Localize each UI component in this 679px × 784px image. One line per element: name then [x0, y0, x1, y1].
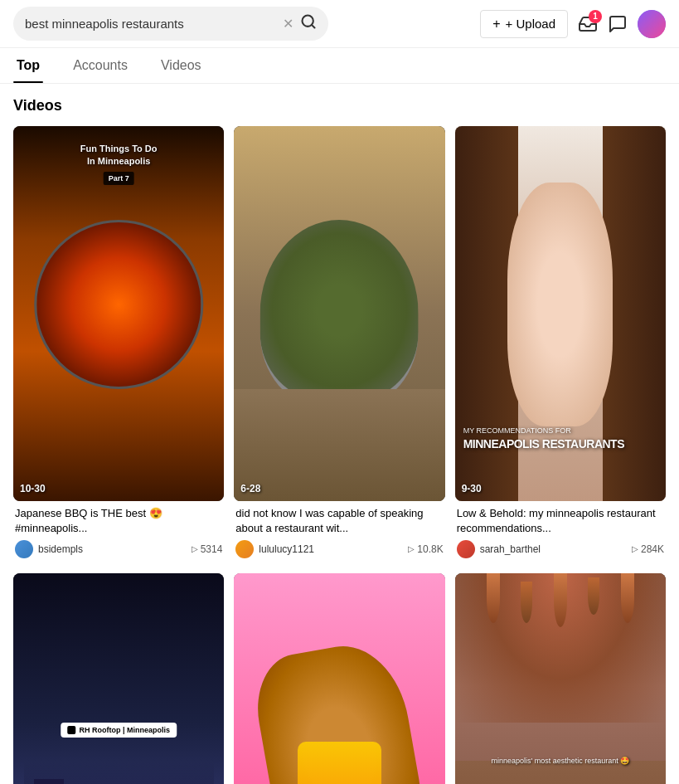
- thumb-burger: Arts + Rec 8-31: [234, 573, 444, 785]
- header: ✕ + + Upload 1: [0, 0, 679, 48]
- viv-text: minneapolis' most aesthetic restaurant 🤩: [491, 757, 629, 765]
- video-thumb-4: RH Rooftop | Minneapolis 8-23: [13, 573, 224, 785]
- play-icon-2: ▷: [408, 544, 415, 553]
- main-content: Videos Fun Things To Do In Minneapolis P…: [0, 84, 679, 784]
- thumb-brussels: 6-28: [234, 126, 444, 501]
- video-views-2: ▷ 10.8K: [408, 543, 443, 555]
- video-author-row-2: lululucy1121 ▷ 10.8K: [235, 540, 443, 558]
- thumb-woman: MY RECOMMENDATIONS FOR MINNEAPOLIS RESTA…: [455, 126, 666, 501]
- section-title: Videos: [13, 97, 666, 114]
- video-views-3: ▷ 284K: [632, 543, 664, 555]
- video-title-3: Low & Behold: my minneapolis restaurant …: [457, 506, 664, 536]
- author-name-3: sarah_barthel: [480, 543, 541, 555]
- tabs: Top Accounts Videos: [0, 48, 679, 84]
- bbq-grill: [34, 220, 202, 388]
- video-card-5[interactable]: Arts + Rec 8-31 Check out Arts+Rec for t…: [234, 573, 444, 785]
- video-card-1[interactable]: Fun Things To Do In Minneapolis Part 7 1…: [13, 126, 224, 563]
- video-duration-3: 9-30: [462, 483, 482, 494]
- video-duration-1: 10-30: [20, 483, 46, 494]
- thumb-bbq: Fun Things To Do In Minneapolis Part 7 1…: [13, 126, 224, 501]
- video-thumb-1: Fun Things To Do In Minneapolis Part 7 1…: [13, 126, 224, 501]
- video-duration-2: 6-28: [240, 483, 260, 494]
- svg-line-1: [312, 25, 315, 28]
- video-author-row-3: sarah_barthel ▷ 284K: [457, 540, 664, 558]
- video-title-2: did not know I was capable of speaking a…: [235, 506, 443, 536]
- tab-top[interactable]: Top: [13, 48, 43, 83]
- video-thumb-5: Arts + Rec 8-31: [234, 573, 444, 785]
- notification-badge: 1: [589, 10, 602, 23]
- building-silhouettes: [34, 779, 202, 784]
- upload-plus-icon: +: [492, 17, 500, 32]
- video-card-3[interactable]: MY RECOMMENDATIONS FOR MINNEAPOLIS RESTA…: [455, 126, 666, 563]
- thumb-rooftop: RH Rooftop | Minneapolis 8-23: [13, 573, 224, 785]
- brussels-bowl: [260, 220, 419, 407]
- author-avatar-1: [15, 540, 33, 558]
- search-clear-icon[interactable]: ✕: [283, 16, 293, 32]
- hanging-lights: [476, 573, 644, 686]
- tab-videos[interactable]: Videos: [158, 48, 205, 83]
- tiktok-logo-icon: [67, 726, 75, 734]
- upload-label: + Upload: [506, 17, 555, 31]
- video-grid: Fun Things To Do In Minneapolis Part 7 1…: [13, 126, 666, 784]
- search-input[interactable]: [25, 17, 276, 31]
- cheese-drip: [298, 742, 382, 784]
- video-author-row-1: bsidempls ▷ 5314: [15, 540, 222, 558]
- play-icon-1: ▷: [192, 544, 198, 553]
- face-skin: [507, 183, 613, 426]
- header-right: + + Upload 1: [480, 10, 666, 38]
- author-name-2: lululucy1121: [259, 543, 314, 555]
- video-views-1: ▷ 5314: [192, 543, 223, 555]
- author-name-1: bsidempls: [38, 543, 83, 555]
- bbq-text-overlay: Fun Things To Do In Minneapolis Part 7: [80, 143, 158, 185]
- play-icon-3: ▷: [632, 544, 638, 553]
- thumb-viv: minneapolis' most aesthetic restaurant 🤩…: [455, 573, 666, 785]
- video-card-4[interactable]: RH Rooftop | Minneapolis 8-23 Ambiance, …: [13, 573, 224, 785]
- search-submit-icon[interactable]: [300, 13, 317, 34]
- author-avatar-2: [235, 540, 254, 558]
- tab-accounts[interactable]: Accounts: [70, 48, 131, 83]
- upload-button[interactable]: + + Upload: [480, 10, 568, 38]
- woman-text: MY RECOMMENDATIONS FOR MINNEAPOLIS RESTA…: [463, 426, 657, 451]
- author-avatar-3: [457, 540, 475, 558]
- video-thumb-3: MY RECOMMENDATIONS FOR MINNEAPOLIS RESTA…: [455, 126, 666, 501]
- part-badge: Part 7: [104, 172, 134, 186]
- avatar[interactable]: [638, 10, 666, 38]
- video-info-1: Japanese BBQ is THE best 😍 #minneapolis.…: [13, 501, 224, 562]
- video-title-1: Japanese BBQ is THE best 😍 #minneapolis.…: [15, 506, 222, 536]
- video-info-3: Low & Behold: my minneapolis restaurant …: [455, 501, 666, 562]
- rh-badge: RH Rooftop | Minneapolis: [61, 723, 177, 738]
- table-bg: [234, 389, 444, 502]
- search-bar: ✕: [13, 7, 328, 41]
- video-thumb-2: 6-28: [234, 126, 444, 501]
- video-card-6[interactable]: minneapolis' most aesthetic restaurant 🤩…: [455, 573, 666, 785]
- video-info-2: did not know I was capable of speaking a…: [234, 501, 444, 562]
- messages-button[interactable]: [608, 14, 628, 34]
- video-thumb-6: minneapolis' most aesthetic restaurant 🤩…: [455, 573, 666, 785]
- notifications-button[interactable]: 1: [578, 14, 598, 34]
- video-card-2[interactable]: 6-28 did not know I was capable of speak…: [234, 126, 444, 563]
